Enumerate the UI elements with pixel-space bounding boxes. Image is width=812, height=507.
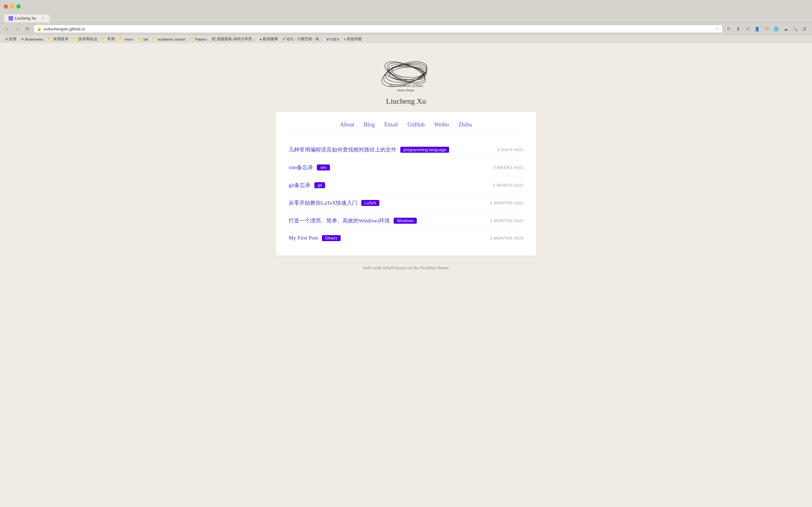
active-tab[interactable]: L Liucheng Xu ✕ (4, 14, 50, 22)
post-tag-3[interactable]: git (314, 182, 325, 188)
post-left-6: My First Post Others (289, 235, 341, 241)
post-item-5: 打造一个漂亮、简单、高效的Windows环境 Windows 2 MONTHS … (289, 212, 523, 230)
tab-title: Liucheng Xu (15, 16, 36, 20)
tab-favicon: L (9, 16, 13, 20)
nav-email[interactable]: Email (385, 121, 398, 128)
post-item-4: 从零开始教你LaTeX快速入门 LaTeX 2 MONTHS AGO (289, 194, 523, 212)
tab-close-button[interactable]: ✕ (41, 16, 45, 20)
weibo-icon: ● (259, 38, 262, 41)
security-icon: 🔒 (37, 27, 42, 31)
post-tag-1[interactable]: programming-language (400, 147, 449, 153)
menu-icon[interactable]: ☰ (801, 25, 809, 33)
close-button[interactable] (4, 4, 8, 9)
post-item-2: vim备忘录 vim 3 WEEKS AGO (289, 159, 523, 176)
download-icon[interactable]: ⬇ (734, 25, 742, 33)
post-title-2[interactable]: vim备忘录 (289, 164, 313, 171)
post-tag-2[interactable]: vim (317, 164, 329, 170)
post-tag-4[interactable]: LaTeX (361, 200, 379, 206)
cloud-icon[interactable]: ☁ (781, 25, 790, 33)
toolbar-icons: ⠿ ⬇ V 👤 🛡 🌐 ☁ 🔍 ☰ (724, 25, 809, 33)
folder-icon-4: 📁 (119, 37, 124, 41)
bookmark-forum[interactable]: ⬆ 论坛 - 六维空间 - 东... (281, 36, 324, 42)
forward-button[interactable]: › (13, 25, 21, 33)
post-title-1[interactable]: 几种常用编程语言如何查找相对路径上的文件 (289, 146, 397, 153)
logo-section: This is symbolic of many many things. Li… (362, 56, 450, 106)
post-title-6[interactable]: My First Post (289, 235, 318, 241)
back-button[interactable]: ‹ (3, 25, 11, 33)
search-icon[interactable]: 🔍 (791, 25, 799, 33)
title-bar (0, 0, 812, 13)
bookmark-bookmarks[interactable]: ★ Bookmarks (19, 37, 45, 42)
bookmark-tech[interactable]: 📁 实用技术 (46, 36, 70, 42)
post-date-3: 1 MONTH AGO (493, 183, 523, 187)
up-arrow-icon: ⬆ (282, 37, 285, 41)
bookmark-star-icon[interactable]: ☆ (715, 26, 719, 32)
maximize-button[interactable] (16, 4, 20, 9)
bookmark-util[interactable]: 📁 util (136, 37, 150, 42)
star-icon: ★ (21, 37, 24, 41)
folder-icon-7: 📁 (190, 37, 194, 41)
post-date-1: 5 DAYS AGO (497, 147, 523, 152)
post-left-1: 几种常用编程语言如何查找相对路径上的文件 programming-languag… (289, 146, 449, 153)
bookmark-common-label: 常用 (107, 37, 115, 42)
nav-github[interactable]: GitHub (408, 121, 425, 128)
bookmark-academic[interactable]: 📁 academic search (150, 37, 187, 42)
svg-text:many  things.: many things. (397, 88, 415, 92)
bookmark-tech-sites[interactable]: 📁 技术类站点 (71, 36, 99, 42)
bookmark-papers[interactable]: 📁 Papers (188, 37, 208, 42)
nav-blog[interactable]: Blog (364, 121, 375, 128)
reload-button[interactable]: ↻ (23, 25, 32, 33)
bookmark-weibo-label: 新浪微博 (263, 37, 278, 42)
bookmark-papers-label: Papers (195, 38, 206, 41)
user-icon[interactable]: 👤 (753, 25, 761, 33)
main-card: About Blog Email GitHub Weibo Zhihu 几种常用… (276, 112, 536, 256)
post-item-6: My First Post Others 2 MONTHS AGO (289, 230, 523, 246)
folder-icon-3: 📁 (102, 37, 106, 41)
post-item-3: git备忘录 git 1 MONTH AGO (289, 176, 523, 194)
bookmark-forum-label: 论坛 - 六维空间 - 东... (286, 37, 322, 42)
bookmark-util-label: util (143, 38, 148, 41)
page-content: This is symbolic of many many things. Li… (0, 43, 812, 507)
post-left-3: git备忘录 git (289, 181, 325, 189)
bookmark-common[interactable]: 📁 常用 (100, 36, 117, 42)
post-title-4[interactable]: 从零开始教你LaTeX快速入门 (289, 199, 357, 207)
post-tag-5[interactable]: Windows (394, 218, 417, 224)
apps-grid-icon: ⊞ (5, 37, 8, 41)
minimize-button[interactable] (10, 4, 14, 9)
post-date-2: 3 WEEKS AGO (493, 165, 523, 170)
bookmark-bookmarks-label: Bookmarks (25, 38, 44, 41)
nav-bar: ‹ › ↻ 🔒 xuliuchengxlc.github.io ☆ ⠿ ⬇ V … (0, 22, 812, 35)
nav-zhihu[interactable]: Zhihu (458, 121, 472, 128)
post-item-1: 几种常用编程语言如何查找相对路径上的文件 programming-languag… (289, 141, 523, 159)
nav-about[interactable]: About (340, 121, 354, 128)
site-title: Liucheng Xu (386, 97, 426, 106)
post-date-4: 2 MONTHS AGO (490, 201, 523, 205)
bookmark-v2ex[interactable]: V V2EX (325, 37, 341, 42)
tab-bar: L Liucheng Xu ✕ (0, 13, 812, 22)
post-left-4: 从零开始教你LaTeX快速入门 LaTeX (289, 199, 379, 207)
v-icon[interactable]: V (744, 25, 752, 33)
extensions-icon[interactable]: ⠿ (724, 25, 733, 33)
bookmark-v2ex-label: V2EX (330, 38, 339, 41)
bookmark-mooc[interactable]: 📁 mooc (117, 37, 136, 42)
post-title-3[interactable]: git备忘录 (289, 181, 310, 189)
page-footer: built with Jekyll based on the Scribble … (363, 265, 449, 271)
bookmark-apps[interactable]: ⊞ 应用 (3, 36, 18, 42)
logo-image: This is symbolic of many many things. (362, 56, 450, 94)
folder-icon-5: 📁 (138, 37, 142, 41)
globe-icon[interactable]: 🌐 (772, 25, 780, 33)
post-title-5[interactable]: 打造一个漂亮、简单、高效的Windows环境 (289, 217, 390, 224)
bookmark-weibo[interactable]: ● 新浪微博 (258, 36, 280, 42)
post-tag-6[interactable]: Others (322, 235, 341, 241)
folder-icon-6: 📁 (152, 37, 157, 41)
bookmark-jiuyuan[interactable]: 🌿 蔗园晨风-深圳大学官... (209, 36, 257, 42)
shield-icon[interactable]: 🛡 (763, 25, 771, 33)
folder-icon-1: 📁 (48, 37, 52, 41)
bookmarks-bar: ⊞ 应用 ★ Bookmarks 📁 实用技术 📁 技术类站点 📁 常用 📁 m… (0, 35, 812, 43)
browser-chrome: L Liucheng Xu ✕ ‹ › ↻ 🔒 xuliuchengxlc.gi… (0, 0, 812, 43)
address-bar[interactable]: 🔒 xuliuchengxlc.github.io ☆ (34, 25, 722, 33)
bookmark-jiuyuan-label: 蔗园晨风-深圳大学官... (217, 37, 255, 42)
post-left-5: 打造一个漂亮、简单、高效的Windows环境 Windows (289, 217, 417, 224)
bookmark-more[interactable]: » 其他书签 (342, 36, 364, 42)
nav-weibo[interactable]: Weibo (434, 121, 449, 128)
